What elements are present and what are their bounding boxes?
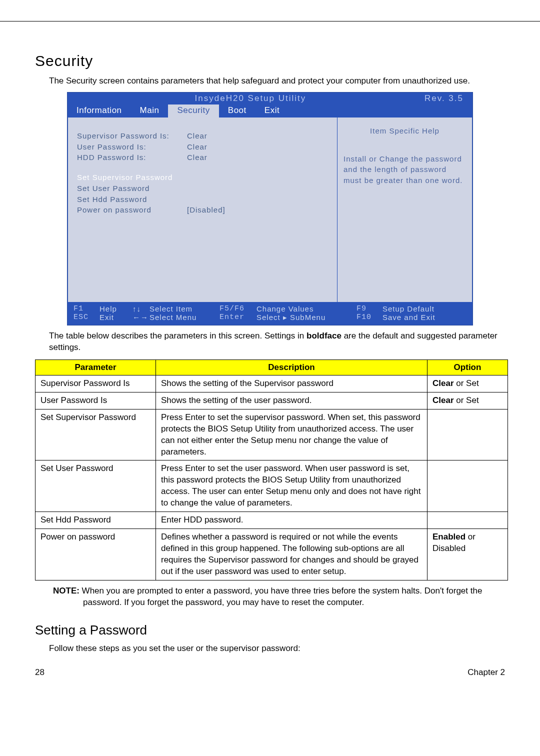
cell-option [428,409,508,460]
footer-text: Select ▸ SubMenu [256,313,356,322]
bios-screenshot: InsydeH20 Setup Utility Rev. 3.5 Informa… [67,92,473,326]
set-user-password[interactable]: Set User Password [77,183,328,194]
cell-option: Clear or Set [428,392,508,409]
help-body: Install or Change the password and the l… [344,154,466,186]
footer-text: Save and Exit [382,313,436,322]
set-supervisor-password[interactable]: Set Supervisor Password [77,172,328,183]
cell-parameter: Set User Password [36,460,156,512]
field-label: Supervisor Password Is: [77,130,187,142]
cell-option [428,512,508,529]
col-parameter: Parameter [36,360,156,375]
sub-intro: Follow these steps as you set the user o… [49,643,505,654]
key-esc: ESC [74,313,100,322]
table-row: Set Hdd PasswordEnter HDD password. [36,512,508,529]
footer-text: Help [100,304,132,313]
bios-rev: Rev. 3.5 [424,94,464,104]
field-value: [Disabled] [187,204,226,216]
key-f9: F9 [356,304,382,313]
tab-security[interactable]: Security [168,104,218,118]
footer-text: Select Menu [150,313,220,322]
table-row: Set Supervisor PasswordPress Enter to se… [36,409,508,460]
tab-main[interactable]: Main [131,104,168,118]
cell-description: Press Enter to set the user password. Wh… [156,460,428,512]
arrow-updown-icon: ↑↓ [132,304,150,313]
set-hdd-password[interactable]: Set Hdd Password [77,194,328,205]
field-value: Clear [187,142,208,152]
parameter-table: Parameter Description Option Supervisor … [35,360,508,580]
bios-help-panel: Item Specific Help Install or Change the… [338,118,472,302]
arrow-leftright-icon: ←→ [132,313,150,322]
bios-title: InsydeH20 Setup Utility [195,94,306,104]
chapter-label: Chapter 2 [468,668,505,678]
footer-text: Setup Default [382,304,434,313]
cell-parameter: Set Hdd Password [36,512,156,529]
page-title: Security [35,52,505,70]
key-f1: F1 [74,304,100,313]
note: NOTE: When you are prompted to enter a p… [49,586,505,608]
tab-boot[interactable]: Boot [219,104,256,118]
key-enter: Enter [220,313,256,322]
cell-parameter: Power on password [36,529,156,580]
cell-option [428,460,508,512]
power-on-password[interactable]: Power on password [77,204,187,216]
cell-description: Press Enter to set the supervisor passwo… [156,409,428,460]
cell-parameter: User Password Is [36,392,156,409]
cell-option: Clear or Set [428,375,508,392]
subsection-title: Setting a Password [35,622,505,638]
footer-text: Select Item [150,304,220,313]
table-intro: The table below describes the parameters… [49,330,505,354]
cell-option: Enabled or Disabled [428,529,508,580]
tab-exit[interactable]: Exit [256,104,288,118]
cell-description: Defines whether a password is required o… [156,529,428,580]
page-number: 28 [35,668,44,678]
table-row: Power on passwordDefines whether a passw… [36,529,508,580]
bios-main-panel: Supervisor Password Is:Clear User Passwo… [68,118,338,302]
table-row: Supervisor Password IsShows the setting … [36,375,508,392]
cell-description: Shows the setting of the Supervisor pass… [156,375,428,392]
help-title: Item Specific Help [344,126,466,136]
field-label: User Password Is: [77,142,187,152]
cell-description: Shows the setting of the user password. [156,392,428,409]
cell-parameter: Set Supervisor Password [36,409,156,460]
col-option: Option [428,360,508,375]
field-label: HDD Password Is: [77,152,187,163]
field-value: Clear [187,152,208,163]
cell-parameter: Supervisor Password Is [36,375,156,392]
col-description: Description [156,360,428,375]
key-f5f6: F5/F6 [220,304,256,313]
bios-menu: Information Main Security Boot Exit [68,104,472,118]
intro-text: The Security screen contains parameters … [49,76,505,87]
bios-footer: F1 Help ↑↓ Select Item F5/F6 Change Valu… [68,302,472,325]
footer-text: Exit [100,313,132,322]
table-row: User Password IsShows the setting of the… [36,392,508,409]
key-f10: F10 [356,313,382,322]
footer-text: Change Values [256,304,356,313]
tab-information[interactable]: Information [68,104,131,118]
table-row: Set User PasswordPress Enter to set the … [36,460,508,512]
field-value: Clear [187,130,208,142]
cell-description: Enter HDD password. [156,512,428,529]
